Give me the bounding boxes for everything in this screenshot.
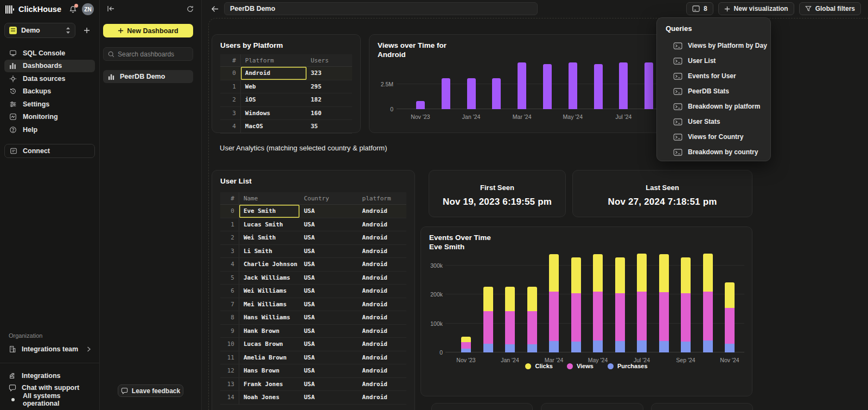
- queries-menu-item[interactable]: Breakdown by country: [657, 144, 770, 160]
- events-bar-segment-clicks[interactable]: [505, 287, 515, 311]
- queries-menu-item[interactable]: User List: [657, 53, 770, 68]
- views-bar[interactable]: [594, 64, 603, 109]
- events-bar-segment-clicks[interactable]: [571, 257, 581, 293]
- queries-menu-item[interactable]: Views for Country: [657, 129, 770, 144]
- service-selector[interactable]: Demo: [4, 23, 75, 38]
- table-row[interactable]: 4MacOS35: [220, 120, 352, 134]
- sidebar-item-settings[interactable]: Settings: [4, 98, 95, 111]
- sidebar-item-backups[interactable]: Backups: [4, 85, 95, 98]
- events-bar-segment-clicks[interactable]: [637, 254, 647, 292]
- table-row[interactable]: 3Windows160: [220, 107, 352, 121]
- events-bar-segment-purchases[interactable]: [461, 349, 471, 352]
- events-bar-segment-clicks[interactable]: [527, 287, 537, 311]
- events-bar-segment-views[interactable]: [483, 311, 493, 344]
- back-arrow-icon[interactable]: [209, 3, 221, 15]
- table-row[interactable]: 3Li SmithUSAAndroid: [220, 245, 406, 258]
- queries-menu-item[interactable]: User Stats: [657, 114, 770, 129]
- sidebar-item-sql-console[interactable]: SQL Console: [4, 47, 95, 60]
- events-bar-segment-views[interactable]: [505, 311, 515, 344]
- sidebar-item-monitoring[interactable]: Monitoring: [4, 111, 95, 124]
- events-bar-segment-views[interactable]: [681, 293, 691, 341]
- sidebar-item-dashboards[interactable]: Dashboards: [4, 60, 95, 73]
- notifications-bell-icon[interactable]: [67, 3, 79, 15]
- events-bar-segment-views[interactable]: [549, 292, 559, 340]
- events-bar-segment-clicks[interactable]: [593, 254, 603, 291]
- events-bar-segment-clicks[interactable]: [703, 254, 713, 292]
- table-row[interactable]: 7Mei WilliamsUSAAndroid: [220, 298, 406, 312]
- events-bar-segment-purchases[interactable]: [615, 341, 625, 352]
- events-bar-segment-purchases[interactable]: [483, 344, 493, 352]
- events-bar-segment-views[interactable]: [461, 342, 471, 349]
- table-row[interactable]: 5Jack WilliamsUSAAndroid: [220, 272, 406, 285]
- events-bar-segment-views[interactable]: [637, 292, 647, 340]
- footer-item-integrations[interactable]: Integrations: [4, 370, 95, 382]
- table-row[interactable]: 0Eve SmithUSAAndroid: [220, 205, 406, 218]
- table-row[interactable]: 1Lucas SmithUSAAndroid: [220, 218, 406, 232]
- collapse-panel-icon[interactable]: [107, 5, 115, 12]
- events-bar-segment-views[interactable]: [615, 293, 625, 341]
- queries-menu-item[interactable]: Views by Platform by Day: [657, 38, 770, 53]
- events-bar-segment-views[interactable]: [571, 293, 581, 342]
- table-row[interactable]: 11Amelia BrownUSAAndroid: [220, 351, 406, 365]
- queries-menu-item[interactable]: Breakdown by platform: [657, 99, 770, 114]
- events-bar-segment-clicks[interactable]: [549, 254, 559, 292]
- refresh-icon[interactable]: [187, 5, 194, 12]
- events-bar-segment-clicks[interactable]: [681, 257, 691, 294]
- dashboard-title-input[interactable]: [224, 2, 538, 15]
- table-row[interactable]: 13Frank JonesUSAAndroid: [220, 378, 406, 392]
- avatar[interactable]: ZN: [82, 3, 94, 15]
- events-bar-segment-purchases[interactable]: [527, 344, 537, 352]
- footer-item-status-dot[interactable]: All systems operational: [4, 394, 95, 406]
- add-service-button[interactable]: [80, 23, 94, 37]
- events-bar-segment-purchases[interactable]: [593, 340, 603, 352]
- views-bar[interactable]: [619, 62, 628, 109]
- events-bar-segment-views[interactable]: [593, 292, 603, 340]
- events-bar-segment-purchases[interactable]: [681, 342, 691, 352]
- views-bar[interactable]: [518, 62, 526, 109]
- table-row[interactable]: 14Noah JonesUSAAndroid: [220, 391, 406, 405]
- views-bar[interactable]: [543, 64, 552, 109]
- panel-count-button[interactable]: 8: [686, 2, 713, 15]
- events-bar-segment-purchases[interactable]: [703, 340, 713, 352]
- sidebar-item-data-sources[interactable]: Data sources: [4, 72, 95, 85]
- views-bar[interactable]: [569, 62, 577, 109]
- search-input[interactable]: [118, 51, 202, 58]
- queries-menu-item[interactable]: Events for User: [657, 68, 770, 84]
- table-row[interactable]: 10Lucas BrownUSAAndroid: [220, 338, 406, 351]
- events-bar-segment-purchases[interactable]: [571, 342, 581, 352]
- table-row[interactable]: 2iOS182: [220, 93, 352, 107]
- events-bar-segment-clicks[interactable]: [659, 254, 669, 292]
- events-bar-segment-clicks[interactable]: [461, 337, 471, 342]
- events-bar-segment-views[interactable]: [725, 308, 735, 344]
- queries-menu-item[interactable]: PeerDB Stats: [657, 84, 770, 99]
- organization-team[interactable]: Integrations team: [4, 343, 95, 356]
- dashboard-list-item[interactable]: PeerDB Demo: [103, 70, 193, 83]
- views-bar[interactable]: [442, 78, 450, 109]
- events-bar-segment-views[interactable]: [527, 311, 537, 344]
- new-dashboard-button[interactable]: New Dashboard: [103, 24, 193, 37]
- table-row[interactable]: 8Hans WilliamsUSAAndroid: [220, 311, 406, 325]
- table-row[interactable]: 12Hans BrownUSAAndroid: [220, 364, 406, 378]
- connect-button[interactable]: Connect: [4, 144, 95, 158]
- table-row[interactable]: 1Web295: [220, 80, 352, 94]
- views-bar[interactable]: [492, 78, 501, 109]
- views-bar[interactable]: [416, 101, 425, 109]
- events-bar-segment-views[interactable]: [703, 292, 713, 340]
- events-bar-segment-purchases[interactable]: [505, 344, 515, 352]
- table-row[interactable]: 9Hank BrownUSAAndroid: [220, 325, 406, 338]
- events-bar-segment-clicks[interactable]: [725, 282, 735, 308]
- views-bar[interactable]: [467, 78, 476, 109]
- table-row[interactable]: 6Wei WilliamsUSAAndroid: [220, 285, 406, 298]
- events-bar-segment-clicks[interactable]: [483, 287, 493, 311]
- table-row[interactable]: 0Android323: [220, 67, 352, 80]
- events-bar-segment-views[interactable]: [659, 292, 669, 341]
- global-filters-button[interactable]: Global filters: [799, 2, 861, 15]
- events-bar-segment-purchases[interactable]: [549, 341, 559, 352]
- table-row[interactable]: 4Charlie JohnsonUSAAndroid: [220, 258, 406, 272]
- events-bar-segment-clicks[interactable]: [615, 257, 625, 293]
- new-visualization-button[interactable]: New visualization: [718, 2, 794, 15]
- views-bar[interactable]: [644, 62, 653, 109]
- leave-feedback-button[interactable]: Leave feedback: [118, 384, 183, 397]
- events-bar-segment-purchases[interactable]: [659, 341, 669, 352]
- table-row[interactable]: 2Wei SmithUSAAndroid: [220, 231, 406, 245]
